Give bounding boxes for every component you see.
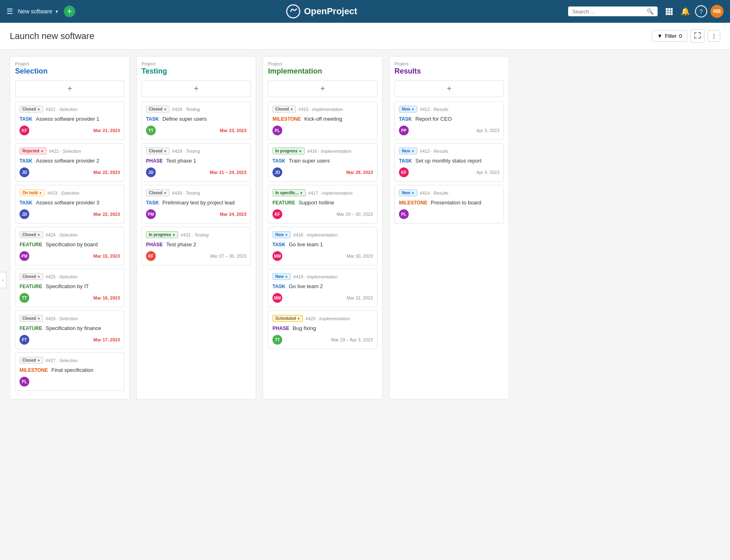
- status-badge[interactable]: In progress ▼: [146, 231, 178, 238]
- card-type: TASK: [272, 242, 285, 247]
- search-input[interactable]: [572, 9, 644, 15]
- card[interactable]: In specific... ▼ #417 · Implementation F…: [268, 185, 377, 224]
- status-arrow: ▼: [37, 359, 40, 362]
- user-avatar[interactable]: MB: [710, 5, 723, 18]
- card-footer: PM Mar 15, 2023: [20, 251, 120, 261]
- card-type: PHASE: [146, 242, 163, 247]
- card[interactable]: New ▼ #413 · Results TASK Set up monthly…: [394, 143, 504, 182]
- card[interactable]: On hold ▼ #423 · Selection TASK Assess s…: [15, 185, 124, 224]
- card[interactable]: Rejected ▼ #422 · Selection TASK Assess …: [15, 143, 124, 182]
- card[interactable]: Closed ▼ #421 · Selection TASK Assess so…: [15, 101, 124, 140]
- expand-button[interactable]: [691, 29, 704, 43]
- assignee-avatar: JD: [20, 209, 29, 219]
- filter-button[interactable]: ▼ Filter 0: [652, 30, 687, 42]
- status-badge[interactable]: Closed ▼: [20, 106, 43, 113]
- status-badge[interactable]: New ▼: [399, 106, 417, 113]
- status-badge[interactable]: Closed ▼: [20, 315, 43, 322]
- card-body: TASK Set up monthly status report: [399, 157, 499, 164]
- card[interactable]: In progress ▼ #416 · Implementation TASK…: [268, 143, 377, 182]
- menu-icon[interactable]: ☰: [7, 7, 13, 16]
- svg-rect-4: [666, 11, 668, 13]
- status-badge[interactable]: Closed ▼: [146, 189, 170, 196]
- assignee-avatar: KF: [20, 126, 29, 135]
- grid-menu-icon[interactable]: [662, 5, 676, 18]
- status-badge[interactable]: On hold ▼: [20, 189, 45, 196]
- assignee-avatar: MM: [272, 251, 282, 261]
- help-icon[interactable]: ?: [695, 5, 707, 17]
- status-arrow: ▼: [411, 150, 414, 153]
- card-top: In progress ▼ #416 · Implementation: [272, 148, 373, 154]
- card[interactable]: Closed ▼ #424 · Selection FEATURE Specif…: [15, 227, 124, 265]
- status-arrow: ▼: [300, 191, 303, 195]
- card-id: #429 · Testing: [172, 149, 200, 154]
- card-id: #423 · Selection: [47, 191, 79, 195]
- card-top: Closed ▼ #427 · Selection: [20, 357, 120, 364]
- card-type: TASK: [20, 158, 33, 164]
- status-badge[interactable]: New ▼: [272, 231, 291, 238]
- filter-count: 0: [679, 33, 682, 39]
- card[interactable]: New ▼ #419 · Implementation TASK Go live…: [268, 269, 377, 307]
- svg-rect-1: [666, 8, 668, 10]
- card-type: PHASE: [146, 158, 163, 164]
- status-arrow: ▼: [411, 108, 414, 111]
- status-badge[interactable]: Closed ▼: [146, 106, 170, 113]
- card[interactable]: Closed ▼ #425 · Selection FEATURE Specif…: [15, 269, 124, 307]
- card[interactable]: Scheduled ▼ #420 · Implementation PHASE …: [268, 310, 377, 349]
- status-badge[interactable]: Closed ▼: [20, 357, 43, 364]
- sidebar-toggle[interactable]: ›: [0, 272, 7, 288]
- notifications-icon[interactable]: 🔔: [679, 5, 692, 18]
- card[interactable]: In progress ▼ #431 · Testing PHASE Test …: [142, 227, 251, 265]
- status-badge[interactable]: New ▼: [399, 189, 417, 196]
- status-badge[interactable]: In progress ▼: [272, 148, 305, 154]
- column-title: Testing: [142, 67, 251, 76]
- card[interactable]: Closed ▼ #427 · Selection MILESTONE Fina…: [15, 352, 124, 391]
- card-name: Preliminary test by project lead: [162, 200, 235, 206]
- card[interactable]: Closed ▼ #415 · Implementation MILESTONE…: [268, 101, 377, 140]
- assignee-avatar: JD: [20, 167, 29, 177]
- filter-icon: ▼: [657, 33, 662, 39]
- card[interactable]: Closed ▼ #430 · Testing TASK Preliminary…: [142, 185, 251, 224]
- card[interactable]: New ▼ #412 · Results TASK Report for CEO…: [394, 101, 504, 140]
- add-project-button[interactable]: +: [64, 6, 75, 17]
- status-badge[interactable]: Rejected ▼: [20, 148, 46, 154]
- card[interactable]: Closed ▼ #426 · Selection FEATURE Specif…: [15, 310, 124, 349]
- card-id: #422 · Selection: [49, 149, 81, 154]
- card-date: Mar 22, 2023: [94, 212, 120, 217]
- board: Project Selection + Closed ▼ #421 · Sele…: [0, 50, 730, 406]
- card-id: #424 · Selection: [46, 232, 78, 237]
- status-arrow: ▼: [40, 150, 44, 153]
- card-body: FEATURE Support hotline: [272, 199, 373, 206]
- status-badge[interactable]: New ▼: [399, 148, 417, 154]
- assignee-avatar: PL: [272, 126, 282, 135]
- card[interactable]: New ▼ #414 · Results MILESTONE Presentat…: [394, 185, 504, 224]
- status-badge[interactable]: Closed ▼: [20, 231, 43, 238]
- add-card-button[interactable]: +: [142, 80, 251, 97]
- search-box[interactable]: 🔍: [568, 7, 658, 16]
- status-arrow: ▼: [290, 108, 293, 111]
- card-id: #412 · Results: [420, 107, 448, 112]
- card[interactable]: New ▼ #418 · Implementation TASK Go live…: [268, 227, 377, 265]
- card-type: TASK: [272, 158, 285, 164]
- add-card-button[interactable]: +: [268, 80, 377, 97]
- card-type: TASK: [20, 116, 33, 122]
- card-id: #426 · Selection: [46, 316, 78, 321]
- card-date: Mar 29 – 30, 2023: [337, 212, 373, 217]
- svg-rect-5: [668, 11, 670, 13]
- card-footer: PL: [399, 209, 499, 219]
- project-selector[interactable]: New software ▼: [18, 8, 59, 15]
- add-card-button[interactable]: +: [394, 80, 504, 97]
- status-badge[interactable]: In specific... ▼: [272, 189, 306, 196]
- status-badge[interactable]: Closed ▼: [20, 273, 43, 280]
- status-badge[interactable]: New ▼: [272, 273, 291, 280]
- assignee-avatar: PL: [399, 209, 409, 219]
- add-card-button[interactable]: +: [15, 80, 124, 97]
- card-top: Closed ▼ #430 · Testing: [146, 189, 246, 196]
- card-name: Specification by IT: [46, 283, 89, 289]
- card[interactable]: Closed ▼ #429 · Testing PHASE Test phase…: [142, 143, 251, 182]
- status-badge[interactable]: Closed ▼: [146, 148, 170, 154]
- status-badge[interactable]: Scheduled ▼: [272, 315, 303, 322]
- more-options-button[interactable]: ⋮: [708, 30, 720, 42]
- card[interactable]: Closed ▼ #428 · Testing TASK Define supe…: [142, 101, 251, 140]
- status-badge[interactable]: Closed ▼: [272, 106, 296, 113]
- card-footer: FT Mar 17, 2023: [20, 335, 120, 345]
